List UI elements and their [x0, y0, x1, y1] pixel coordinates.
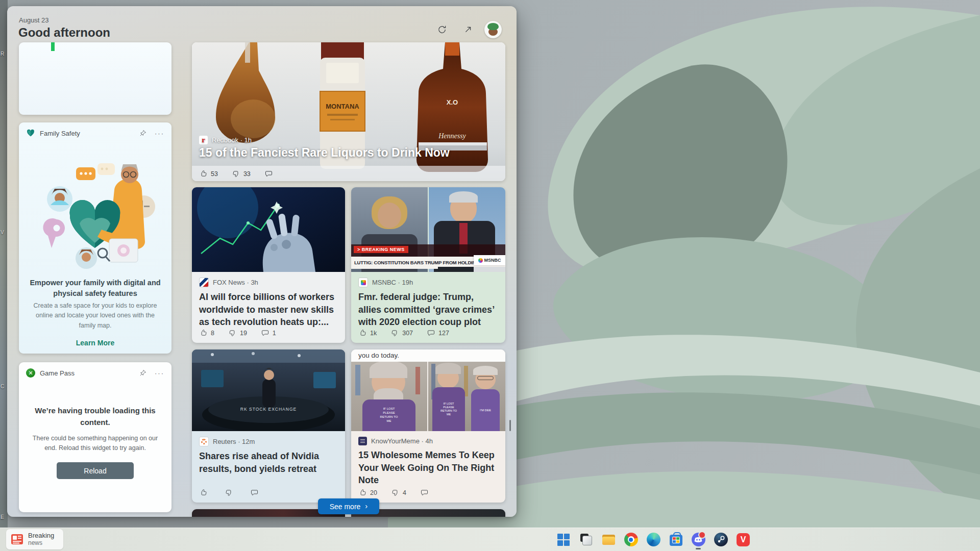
- comment-button[interactable]: [264, 169, 276, 178]
- knowyourmeme-favicon: [358, 437, 367, 445]
- family-safety-heading: Empower your family with digital and phy…: [28, 278, 162, 299]
- dislike-count: 307: [402, 330, 413, 337]
- news-title: Fmr. federal judge: Trump, allies commit…: [358, 291, 498, 329]
- edge-button[interactable]: [642, 529, 665, 550]
- more-options-icon[interactable]: ···: [155, 369, 164, 377]
- learn-more-link[interactable]: Learn More: [28, 339, 162, 347]
- user-avatar[interactable]: [484, 21, 502, 38]
- msnbc-peacock-icon: [478, 258, 483, 263]
- hero-image: MONTANA X.O Hennessy: [192, 42, 505, 181]
- game-pass-title: Game Pass: [40, 369, 75, 377]
- like-button[interactable]: 53: [199, 169, 218, 178]
- widgets-panel: August 23 Good afternoon Family Safety ·…: [7, 6, 517, 517]
- breaking-news-icon: [11, 534, 23, 545]
- family-safety-body: Create a safe space for your kids to exp…: [28, 301, 162, 331]
- family-safety-header: Family Safety ···: [19, 122, 172, 144]
- reload-button[interactable]: Reload: [57, 462, 134, 479]
- news-source-time: Reuters · 12m: [213, 438, 255, 445]
- steam-icon: [714, 533, 728, 546]
- like-button[interactable]: 20: [358, 488, 377, 497]
- thumbs-down-icon: [225, 488, 233, 497]
- comment-icon: [250, 488, 259, 497]
- task-view-icon: [579, 533, 593, 546]
- like-button[interactable]: [199, 488, 211, 497]
- reuters-favicon: [199, 437, 209, 446]
- widgets-taskbar-button[interactable]: Breaking news: [6, 529, 63, 549]
- like-count: 20: [370, 489, 377, 496]
- thumbs-down-icon: [232, 169, 240, 178]
- news-card-msnbc[interactable]: > BREAKING NEWS LUTTIG: CONSTITUTION BAR…: [351, 187, 505, 343]
- dislike-count: 4: [403, 489, 406, 496]
- dislike-button[interactable]: 33: [232, 169, 251, 178]
- desktop-icon-label-fragment[interactable]: E: [1, 514, 4, 520]
- comment-button[interactable]: 127: [427, 329, 449, 337]
- chevron-right-icon: ›: [365, 502, 368, 510]
- comment-icon: [427, 329, 435, 337]
- comment-count: 1: [273, 330, 276, 337]
- dislike-button[interactable]: [225, 488, 236, 497]
- thumbs-down-icon: [391, 488, 400, 497]
- discord-button[interactable]: [687, 529, 709, 550]
- game-pass-widget[interactable]: ✕ Game Pass ··· We’re having trouble loa…: [19, 362, 172, 512]
- kym-article-image: IF LOST PLEASE RETURN TO ME IF LOST PLEA…: [351, 362, 505, 431]
- desktop-icon-label-fragment[interactable]: V: [1, 230, 4, 235]
- refresh-button[interactable]: [435, 22, 449, 37]
- family-safety-illustration: [25, 148, 165, 274]
- thumbs-up-icon: [199, 169, 208, 178]
- like-button[interactable]: 8: [199, 329, 214, 337]
- news-source-time: KnowYourMeme · 4h: [371, 437, 433, 445]
- desktop-icon-label-fragment[interactable]: C: [1, 384, 4, 389]
- vivaldi-icon: V: [737, 533, 750, 546]
- msnbc-logo-text: MSNBC: [484, 258, 501, 263]
- news-source-time: MSNBC · 19h: [372, 279, 413, 286]
- hero-title: 15 of the Fanciest Rare Liquors to Drink…: [199, 146, 450, 160]
- dislike-button[interactable]: 307: [390, 329, 413, 337]
- thumbs-up-icon: [199, 488, 208, 497]
- news-card-knowyourmeme[interactable]: you do today. IF LOST PLEASE RETURN TO M…: [351, 349, 505, 503]
- panel-date: August 23: [19, 16, 49, 24]
- news-card-hero-liquors[interactable]: MONTANA X.O Hennessy r Redbook · 1h 15 o…: [192, 42, 505, 181]
- xbox-icon: ✕: [26, 368, 35, 378]
- pin-widget-icon[interactable]: [139, 129, 147, 137]
- file-explorer-button[interactable]: [597, 529, 620, 550]
- windows-start-icon: [557, 534, 570, 546]
- family-safety-icon: [26, 129, 35, 138]
- dislike-button[interactable]: 4: [391, 488, 406, 497]
- desktop-icon-label-fragment[interactable]: R: [1, 51, 4, 57]
- widgets-button-line1: Breaking: [28, 532, 54, 540]
- vivaldi-button[interactable]: V: [732, 529, 754, 550]
- news-title: 15 Wholesome Memes To Keep Your Week Goi…: [358, 449, 498, 487]
- start-button[interactable]: [552, 529, 575, 550]
- comment-button[interactable]: [420, 488, 432, 497]
- svg-text:Hennessy: Hennessy: [438, 132, 466, 140]
- fox-article-image: [192, 187, 345, 272]
- meme-shirt-text: IF LOST PLEASE RETURN TO ME: [439, 402, 458, 417]
- expand-button[interactable]: [461, 22, 475, 37]
- thumbs-up-icon: [199, 329, 208, 337]
- steam-button[interactable]: [709, 529, 732, 550]
- hero-source-time: Redbook · 1h: [212, 136, 252, 144]
- file-explorer-icon: [602, 533, 616, 546]
- pin-widget-icon[interactable]: [139, 369, 147, 377]
- news-card-fox[interactable]: FOX News · 3h AI will force billions of …: [192, 187, 345, 343]
- chrome-button[interactable]: [620, 529, 642, 550]
- avatar-art-head: [487, 23, 499, 30]
- taskbar-icons: V: [552, 529, 754, 550]
- see-more-button[interactable]: See more ›: [318, 498, 379, 514]
- comment-button[interactable]: 1: [261, 329, 276, 337]
- widgets-button-line2: news: [28, 540, 54, 547]
- chrome-icon: [624, 533, 638, 546]
- panel-scrollbar-thumb[interactable]: [509, 420, 511, 431]
- stub-widget-card[interactable]: [19, 42, 172, 115]
- family-safety-widget[interactable]: Family Safety ···: [19, 122, 172, 354]
- microsoft-store-icon: [669, 533, 683, 546]
- more-options-icon[interactable]: ···: [155, 130, 164, 137]
- news-card-reuters[interactable]: RK STOCK EXCHANGE Reuters · 12m Shares r…: [192, 349, 345, 503]
- taskbar: Breaking news: [0, 528, 980, 551]
- like-button[interactable]: 1k: [358, 329, 377, 337]
- dislike-button[interactable]: 19: [228, 329, 247, 337]
- redbook-favicon: r: [199, 136, 208, 144]
- microsoft-store-button[interactable]: [665, 529, 687, 550]
- task-view-button[interactable]: [575, 529, 597, 550]
- comment-button[interactable]: [250, 488, 262, 497]
